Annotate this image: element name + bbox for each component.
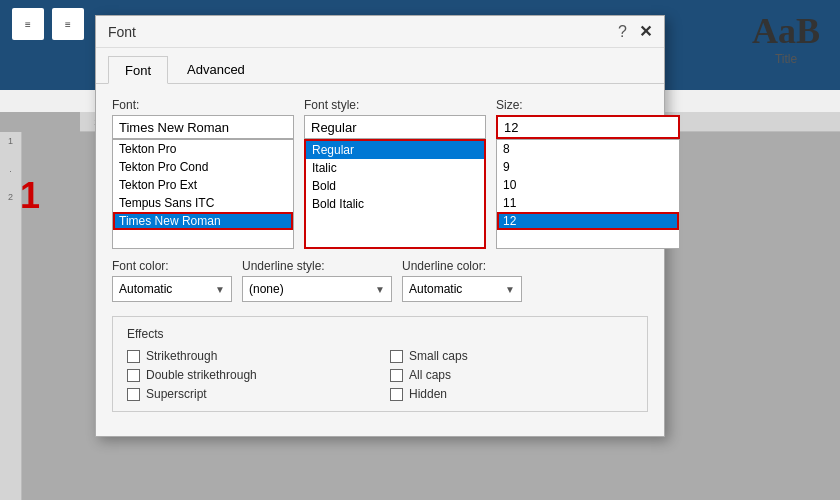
size-col: Size: 8 9 10 11 12: [496, 98, 680, 249]
effects-grid: Strikethrough Small caps Double striketh…: [127, 349, 633, 401]
effect-small-caps: Small caps: [390, 349, 633, 363]
tab-font[interactable]: Font: [108, 56, 168, 84]
size-input[interactable]: [496, 115, 680, 139]
list-item[interactable]: Tekton Pro: [113, 140, 293, 158]
double-strikethrough-label: Double strikethrough: [146, 368, 257, 382]
font-dialog: Font ? ✕ Font Advanced Font: Tekton Pro …: [95, 15, 665, 437]
font-col: Font: Tekton Pro Tekton Pro Cond Tekton …: [112, 98, 294, 249]
size-list-item-9[interactable]: 9: [497, 158, 679, 176]
size-list-item-10[interactable]: 10: [497, 176, 679, 194]
double-strikethrough-checkbox[interactable]: [127, 369, 140, 382]
strikethrough-label: Strikethrough: [146, 349, 217, 363]
strikethrough-checkbox[interactable]: [127, 350, 140, 363]
dialog-title: Font: [108, 24, 136, 40]
style-list-item-bold[interactable]: Bold: [306, 177, 484, 195]
dialog-overlay: Font ? ✕ Font Advanced Font: Tekton Pro …: [0, 0, 840, 500]
style-label: Font style:: [304, 98, 486, 112]
effect-hidden: Hidden: [390, 387, 633, 401]
underline-color-group: Underline color: Automatic ▼: [402, 259, 522, 302]
style-list-item-italic[interactable]: Italic: [306, 159, 484, 177]
list-item[interactable]: Tempus Sans ITC: [113, 194, 293, 212]
size-list-item-8[interactable]: 8: [497, 140, 679, 158]
superscript-label: Superscript: [146, 387, 207, 401]
size-list-item-11[interactable]: 11: [497, 194, 679, 212]
underline-style-group: Underline style: (none) ▼: [242, 259, 392, 302]
size-label: Size:: [496, 98, 680, 112]
font-color-label: Font color:: [112, 259, 232, 273]
style-col: Font style: Regular Italic Bold Bold Ita…: [304, 98, 486, 249]
font-list[interactable]: Tekton Pro Tekton Pro Cond Tekton Pro Ex…: [112, 139, 294, 249]
tab-advanced[interactable]: Advanced: [170, 56, 262, 83]
dialog-titlebar-actions: ? ✕: [618, 22, 652, 41]
style-input[interactable]: [304, 115, 486, 139]
font-input[interactable]: [112, 115, 294, 139]
small-caps-label: Small caps: [409, 349, 468, 363]
underline-color-select[interactable]: Automatic ▼: [402, 276, 522, 302]
small-caps-checkbox[interactable]: [390, 350, 403, 363]
font-label: Font:: [112, 98, 294, 112]
color-underline-row: Font color: Automatic ▼ Underline style:…: [112, 259, 648, 302]
style-list-item-bold-italic[interactable]: Bold Italic: [306, 195, 484, 213]
size-list-item-12[interactable]: 12: [497, 212, 679, 230]
selector-labels-row: Font: Tekton Pro Tekton Pro Cond Tekton …: [112, 98, 648, 249]
underline-color-label: Underline color:: [402, 259, 522, 273]
font-color-arrow: ▼: [215, 284, 225, 295]
effect-all-caps: All caps: [390, 368, 633, 382]
dialog-help-button[interactable]: ?: [618, 23, 627, 41]
underline-style-select[interactable]: (none) ▼: [242, 276, 392, 302]
dialog-tabs: Font Advanced: [96, 48, 664, 84]
size-list[interactable]: 8 9 10 11 12: [496, 139, 680, 249]
effect-strikethrough: Strikethrough: [127, 349, 370, 363]
font-color-select[interactable]: Automatic ▼: [112, 276, 232, 302]
hidden-label: Hidden: [409, 387, 447, 401]
hidden-checkbox[interactable]: [390, 388, 403, 401]
dialog-body: Font: Tekton Pro Tekton Pro Cond Tekton …: [96, 84, 664, 436]
underline-color-arrow: ▼: [505, 284, 515, 295]
underline-style-label: Underline style:: [242, 259, 392, 273]
all-caps-label: All caps: [409, 368, 451, 382]
effects-section: Effects Strikethrough Small caps Double …: [112, 316, 648, 412]
font-list-item-times-new-roman[interactable]: Times New Roman: [113, 212, 293, 230]
effect-superscript: Superscript: [127, 387, 370, 401]
font-color-group: Font color: Automatic ▼: [112, 259, 232, 302]
font-color-value: Automatic: [119, 282, 172, 296]
style-list[interactable]: Regular Italic Bold Bold Italic: [304, 139, 486, 249]
style-list-item-regular[interactable]: Regular: [306, 141, 484, 159]
dialog-titlebar: Font ? ✕: [96, 16, 664, 48]
all-caps-checkbox[interactable]: [390, 369, 403, 382]
underline-color-value: Automatic: [409, 282, 462, 296]
superscript-checkbox[interactable]: [127, 388, 140, 401]
underline-style-value: (none): [249, 282, 284, 296]
effects-title: Effects: [127, 327, 633, 341]
list-item[interactable]: Tekton Pro Cond: [113, 158, 293, 176]
underline-style-arrow: ▼: [375, 284, 385, 295]
dialog-close-button[interactable]: ✕: [639, 22, 652, 41]
list-item[interactable]: Tekton Pro Ext: [113, 176, 293, 194]
effect-double-strikethrough: Double strikethrough: [127, 368, 370, 382]
